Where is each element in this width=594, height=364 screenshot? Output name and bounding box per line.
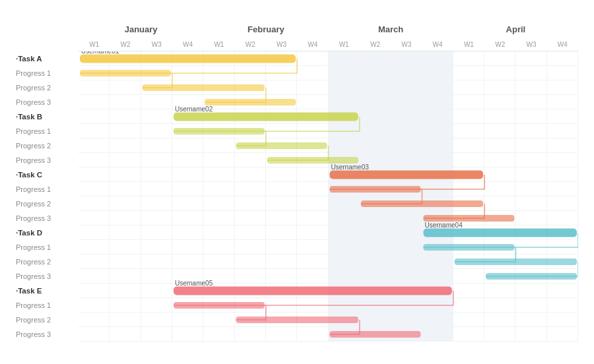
grid-cell bbox=[79, 284, 110, 297]
grid-cell bbox=[453, 211, 484, 225]
row-label: Progress 2 bbox=[16, 138, 79, 153]
week-label: W2 bbox=[235, 38, 266, 51]
grid-cell bbox=[360, 298, 391, 312]
grid-cell bbox=[391, 80, 422, 94]
grid-cell bbox=[547, 66, 578, 80]
grid-cell bbox=[141, 95, 172, 109]
grid-cell bbox=[329, 153, 360, 167]
grid-cell bbox=[79, 313, 110, 326]
week-label: W1 bbox=[203, 38, 234, 51]
grid-cell bbox=[391, 153, 422, 167]
grid-cell bbox=[141, 211, 172, 225]
grid-cell bbox=[391, 95, 422, 109]
grid-cell bbox=[79, 255, 110, 268]
grid-cell bbox=[422, 66, 453, 80]
grid-cell bbox=[79, 109, 110, 123]
grid-cell bbox=[484, 298, 515, 312]
grid-cell bbox=[266, 269, 297, 283]
grid-cell bbox=[453, 153, 484, 167]
grid-cell bbox=[235, 327, 266, 341]
grid-cell bbox=[235, 313, 266, 326]
grid-cell bbox=[266, 327, 297, 341]
grid-cell bbox=[203, 124, 234, 138]
grid-cell bbox=[266, 211, 297, 225]
grid-cell bbox=[547, 109, 578, 123]
grid-cell bbox=[391, 240, 422, 254]
grid-cell bbox=[172, 95, 203, 109]
grid-cell bbox=[172, 109, 203, 123]
grid-cell bbox=[515, 327, 546, 341]
grid-cell bbox=[329, 226, 360, 239]
grid-cell bbox=[297, 313, 328, 326]
grid-cell bbox=[297, 138, 328, 152]
grid-cell bbox=[79, 167, 110, 181]
grid-cell bbox=[329, 284, 360, 297]
grid-cell bbox=[110, 240, 141, 254]
grid-cell bbox=[110, 269, 141, 283]
grid-cell bbox=[329, 313, 360, 326]
grid-cell bbox=[453, 95, 484, 109]
grid-cell bbox=[360, 240, 391, 254]
grid-cell bbox=[110, 51, 141, 65]
grid-cell bbox=[297, 327, 328, 341]
grid-cell bbox=[515, 197, 546, 210]
grid-cell bbox=[515, 269, 546, 283]
grid-cell bbox=[110, 138, 141, 152]
grid-cell bbox=[484, 327, 515, 341]
grid-cell bbox=[453, 240, 484, 254]
grid-cell bbox=[110, 95, 141, 109]
grid-row bbox=[79, 255, 578, 269]
row-label: ·Task D bbox=[16, 226, 79, 240]
grid-cell bbox=[172, 211, 203, 225]
grid-cell bbox=[391, 327, 422, 341]
grid-cell bbox=[297, 211, 328, 225]
grid-cell bbox=[453, 182, 484, 196]
grid-cell bbox=[484, 240, 515, 254]
grid-cell bbox=[172, 153, 203, 167]
grid-cell bbox=[422, 138, 453, 152]
grid-cell bbox=[110, 284, 141, 297]
grid-cell bbox=[422, 269, 453, 283]
week-label: W4 bbox=[297, 38, 328, 51]
row-label: Progress 3 bbox=[16, 269, 79, 284]
grid-cell bbox=[297, 66, 328, 80]
grid-cell bbox=[235, 167, 266, 181]
grid-cell bbox=[297, 284, 328, 297]
week-label: W3 bbox=[141, 38, 172, 51]
grid-cell bbox=[391, 226, 422, 239]
grid-cell bbox=[515, 138, 546, 152]
grid-cell bbox=[329, 51, 360, 65]
grid-cell bbox=[203, 51, 234, 65]
row-label: Progress 3 bbox=[16, 211, 79, 226]
month-label: January bbox=[79, 20, 203, 38]
grid-cell bbox=[141, 182, 172, 196]
grid-cell bbox=[235, 240, 266, 254]
grid-cell bbox=[235, 182, 266, 196]
grid-cell bbox=[266, 284, 297, 297]
grid-cell bbox=[141, 153, 172, 167]
grid-cell bbox=[453, 327, 484, 341]
grid-cell bbox=[360, 153, 391, 167]
grid-cell bbox=[141, 255, 172, 268]
grid-cell bbox=[329, 95, 360, 109]
grid-cell bbox=[110, 167, 141, 181]
grid-cell bbox=[266, 298, 297, 312]
grid-cell bbox=[453, 51, 484, 65]
row-label: ·Task E bbox=[16, 284, 79, 298]
row-label: Progress 3 bbox=[16, 327, 79, 342]
grid-cell bbox=[297, 124, 328, 138]
grid-cell bbox=[172, 313, 203, 326]
grid-cell bbox=[391, 255, 422, 268]
grid-cell bbox=[203, 255, 234, 268]
grid-cell bbox=[203, 197, 234, 210]
grid-cell bbox=[547, 197, 578, 210]
grid-cell bbox=[484, 95, 515, 109]
grid-row bbox=[79, 182, 578, 197]
grid-cell bbox=[453, 167, 484, 181]
grid-cell bbox=[79, 138, 110, 152]
row-label: Progress 2 bbox=[16, 313, 79, 327]
grid-cell bbox=[235, 109, 266, 123]
grid-cell bbox=[172, 66, 203, 80]
grid-cell bbox=[391, 109, 422, 123]
grid-cell bbox=[172, 124, 203, 138]
